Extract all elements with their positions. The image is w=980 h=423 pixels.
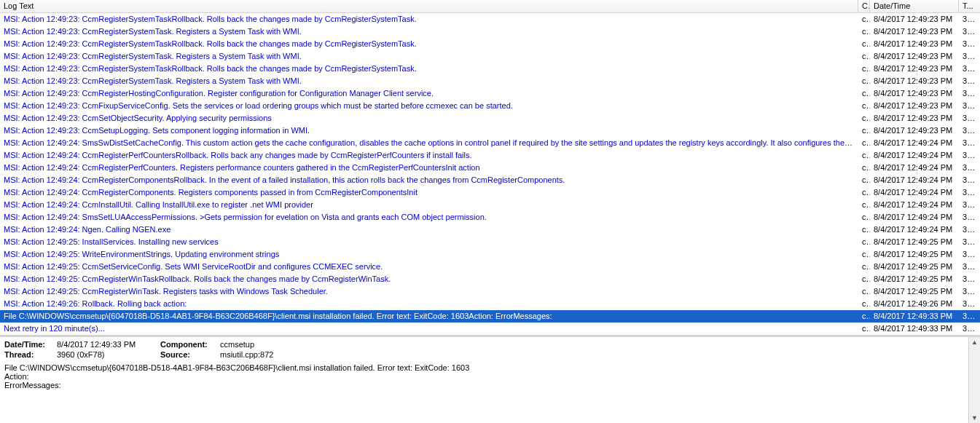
log-cell-thread: 3960 — [959, 124, 979, 137]
detail-value-source: msiutil.cpp:872 — [220, 350, 366, 359]
log-row[interactable]: MSI: Action 12:49:23: CcmSetObjectSecuri… — [0, 112, 980, 124]
log-row[interactable]: MSI: Action 12:49:24: CcmRegisterCompone… — [0, 174, 980, 186]
log-row[interactable]: MSI: Action 12:49:25: InstallServices. I… — [0, 236, 980, 248]
log-cell-datetime: 8/4/2017 12:49:24 PM — [870, 224, 959, 236]
detail-value-thread: 3960 (0xF78) — [57, 350, 159, 359]
log-cell-datetime: 8/4/2017 12:49:23 PM — [870, 75, 959, 87]
log-row[interactable]: MSI: Action 12:49:24: SmsSetLUAAccessPer… — [0, 211, 980, 224]
log-cell-component: cc — [858, 224, 870, 236]
log-row[interactable]: MSI: Action 12:49:23: CcmRegisterSystemT… — [0, 13, 980, 25]
log-cell-thread: 3960 — [959, 87, 979, 100]
log-cell-thread: 3960 — [959, 285, 979, 298]
log-row[interactable]: MSI: Action 12:49:23: CcmRegisterSystemT… — [0, 38, 980, 50]
log-cell-thread: 3960 — [959, 149, 979, 162]
log-viewer: Log Text C Date/Time T... MSI: Action 12… — [0, 0, 980, 423]
log-row[interactable]: MSI: Action 12:49:23: CcmFixupServiceCon… — [0, 100, 980, 112]
log-row[interactable]: MSI: Action 12:49:25: WriteEnvironmentSt… — [0, 248, 980, 261]
log-cell-datetime: 8/4/2017 12:49:23 PM — [870, 124, 959, 137]
log-cell-component: cc — [858, 248, 870, 261]
log-cell-component: cc — [858, 87, 870, 100]
scroll-up-icon[interactable]: ▲ — [971, 337, 978, 347]
log-cell-datetime: 8/4/2017 12:49:26 PM — [870, 298, 959, 310]
log-cell-thread: 3960 — [959, 224, 979, 236]
log-row[interactable]: MSI: Action 12:49:23: CcmRegisterHosting… — [0, 87, 980, 100]
log-cell-datetime: 8/4/2017 12:49:25 PM — [870, 261, 959, 273]
log-row[interactable]: MSI: Action 12:49:24: CcmRegisterPerfCou… — [0, 162, 980, 174]
log-cell-thread: 3960 — [959, 248, 979, 261]
log-cell-text: MSI: Action 12:49:24: CcmRegisterPerfCou… — [0, 162, 858, 174]
log-row[interactable]: File C:\WINDOWS\ccmsetup\{6047018B-D518-… — [0, 310, 980, 323]
log-cell-text: MSI: Action 12:49:23: CcmRegisterSystemT… — [0, 13, 858, 25]
log-cell-thread: 3960 — [959, 199, 979, 211]
detail-grid: Date/Time: 8/4/2017 12:49:33 PM Componen… — [4, 340, 976, 359]
log-row[interactable]: Next retry in 120 minute(s)...cc8/4/2017… — [0, 323, 980, 335]
log-cell-component: cc — [858, 323, 870, 335]
scroll-down-icon[interactable]: ▼ — [971, 413, 978, 423]
detail-label-component: Component: — [160, 340, 219, 349]
log-row[interactable]: MSI: Action 12:49:25: CcmRegisterWinTask… — [0, 285, 980, 298]
column-header-logtext[interactable]: Log Text — [0, 0, 858, 12]
log-row[interactable]: MSI: Action 12:49:23: CcmRegisterSystemT… — [0, 63, 980, 75]
log-cell-datetime: 8/4/2017 12:49:33 PM — [870, 310, 959, 323]
log-cell-thread: 3960 — [959, 112, 979, 124]
log-cell-component: cc — [858, 13, 870, 25]
log-cell-component: cc — [858, 25, 870, 38]
log-cell-datetime: 8/4/2017 12:49:24 PM — [870, 174, 959, 186]
log-cell-datetime: 8/4/2017 12:49:23 PM — [870, 87, 959, 100]
log-row[interactable]: MSI: Action 12:49:23: CcmRegisterSystemT… — [0, 25, 980, 38]
log-cell-thread: 3960 — [959, 75, 979, 87]
log-cell-component: cc — [858, 38, 870, 50]
log-cell-text: MSI: Action 12:49:23: CcmRegisterSystemT… — [0, 25, 858, 38]
log-cell-datetime: 8/4/2017 12:49:24 PM — [870, 162, 959, 174]
log-cell-component: cc — [858, 162, 870, 174]
detail-label-thread: Thread: — [4, 350, 55, 359]
column-header-datetime[interactable]: Date/Time — [870, 0, 959, 12]
log-cell-datetime: 8/4/2017 12:49:23 PM — [870, 38, 959, 50]
log-cell-thread: 3960 — [959, 186, 979, 199]
log-cell-datetime: 8/4/2017 12:49:23 PM — [870, 100, 959, 112]
log-cell-datetime: 8/4/2017 12:49:25 PM — [870, 236, 959, 248]
log-cell-text: MSI: Action 12:49:24: Ngen. Calling NGEN… — [0, 224, 858, 236]
log-row[interactable]: MSI: Action 12:49:23: CcmRegisterSystemT… — [0, 75, 980, 87]
log-cell-datetime: 8/4/2017 12:49:25 PM — [870, 285, 959, 298]
log-cell-datetime: 8/4/2017 12:49:24 PM — [870, 149, 959, 162]
log-row[interactable]: MSI: Action 12:49:25: CcmRegisterWinTask… — [0, 273, 980, 285]
log-cell-component: cc — [858, 199, 870, 211]
log-cell-text: MSI: Action 12:49:25: CcmRegisterWinTask… — [0, 273, 858, 285]
log-cell-datetime: 8/4/2017 12:49:25 PM — [870, 273, 959, 285]
log-row[interactable]: MSI: Action 12:49:26: Rollback. Rolling … — [0, 298, 980, 310]
log-cell-component: cc — [858, 149, 870, 162]
log-cell-text: MSI: Action 12:49:24: SmsSetLUAAccessPer… — [0, 211, 858, 224]
log-row[interactable]: MSI: Action 12:49:24: CcmInstallUtil. Ca… — [0, 199, 980, 211]
log-cell-thread: 3960 — [959, 273, 979, 285]
column-header-thread[interactable]: T... — [959, 0, 979, 12]
log-cell-thread: 3960 — [959, 298, 979, 310]
log-cell-text: MSI: Action 12:49:24: CcmInstallUtil. Ca… — [0, 199, 858, 211]
column-header-component[interactable]: C — [858, 0, 870, 12]
log-row[interactable]: MSI: Action 12:49:25: CcmSetServiceConfi… — [0, 261, 980, 273]
log-cell-text: MSI: Action 12:49:23: CcmSetObjectSecuri… — [0, 112, 858, 124]
log-row[interactable]: MSI: Action 12:49:23: CcmRegisterSystemT… — [0, 50, 980, 63]
log-cell-text: File C:\WINDOWS\ccmsetup\{6047018B-D518-… — [0, 310, 858, 323]
log-cell-text: MSI: Action 12:49:25: CcmRegisterWinTask… — [0, 285, 858, 298]
log-row[interactable]: MSI: Action 12:49:24: SmsSwDistSetCacheC… — [0, 137, 980, 149]
log-cell-text: MSI: Action 12:49:24: CcmRegisterCompone… — [0, 186, 858, 199]
column-header-row: Log Text C Date/Time T... — [0, 0, 980, 13]
log-cell-thread: 3960 — [959, 63, 979, 75]
log-row[interactable]: MSI: Action 12:49:23: CcmSetupLogging. S… — [0, 124, 980, 137]
detail-pane: Date/Time: 8/4/2017 12:49:33 PM Componen… — [0, 336, 980, 423]
log-cell-text: MSI: Action 12:49:23: CcmRegisterSystemT… — [0, 75, 858, 87]
log-row[interactable]: MSI: Action 12:49:24: CcmRegisterPerfCou… — [0, 149, 980, 162]
detail-value-datetime: 8/4/2017 12:49:33 PM — [57, 340, 159, 349]
log-cell-text: MSI: Action 12:49:23: CcmRegisterSystemT… — [0, 50, 858, 63]
log-cell-thread: 3960 — [959, 50, 979, 63]
log-cell-component: cc — [858, 63, 870, 75]
log-cell-component: cc — [858, 273, 870, 285]
log-cell-text: MSI: Action 12:49:26: Rollback. Rolling … — [0, 298, 858, 310]
log-cell-component: cc — [858, 124, 870, 137]
detail-scrollbar[interactable]: ▲ ▼ — [968, 337, 980, 423]
log-row[interactable]: MSI: Action 12:49:24: CcmRegisterCompone… — [0, 186, 980, 199]
log-cell-text: MSI: Action 12:49:25: CcmSetServiceConfi… — [0, 261, 858, 273]
log-cell-datetime: 8/4/2017 12:49:23 PM — [870, 112, 959, 124]
log-row[interactable]: MSI: Action 12:49:24: Ngen. Calling NGEN… — [0, 224, 980, 236]
